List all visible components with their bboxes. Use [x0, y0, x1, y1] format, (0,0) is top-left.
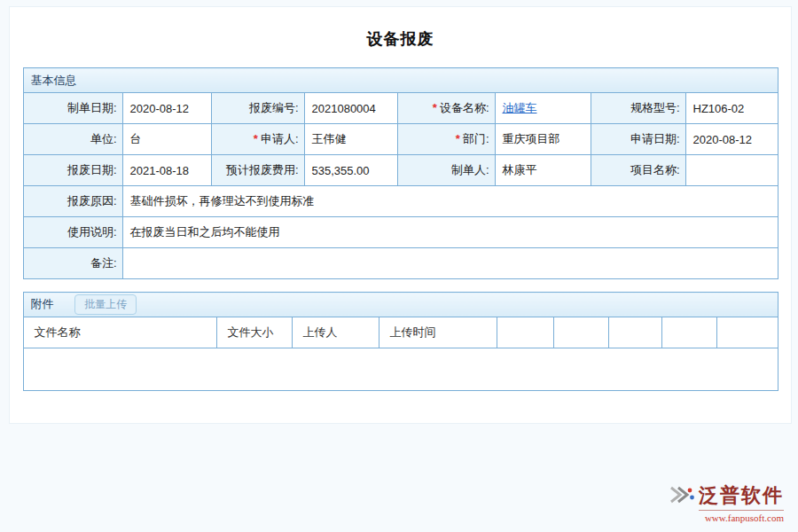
form-row-2: 单位: 台 *申请人: 王伟健 *部门: 重庆项目部 申请日期: 2020-08… [23, 124, 778, 155]
scrap-reason-label: 报废原因: [23, 186, 122, 217]
scrap-no-label: 报废编号: [211, 93, 304, 124]
upload-time-column-header: 上传时间 [379, 317, 497, 348]
scrap-date-value: 2021-08-18 [122, 155, 211, 186]
form-row-scrap-reason: 报废原因: 基础件损坏，再修理达不到使用标准 [23, 186, 778, 217]
basic-info-section-title: 基本信息 [31, 74, 77, 87]
attachments-empty-area [23, 348, 778, 391]
maker-label: 制单人: [397, 155, 495, 186]
scrap-date-label: 报废日期: [23, 155, 122, 186]
required-asterisk: * [254, 132, 258, 145]
form-row-3: 报废日期: 2021-08-18 预计报废费用: 535,355.00 制单人:… [23, 155, 778, 186]
applicant-label: *申请人: [211, 124, 304, 155]
form-row-usage-note: 使用说明: 在报废当日和之后均不能使用 [23, 217, 778, 248]
empty-column-header [716, 317, 778, 348]
make-date-value: 2020-08-12 [122, 93, 211, 124]
usage-note-label: 使用说明: [23, 217, 122, 248]
unit-label: 单位: [23, 124, 122, 155]
empty-column-header [553, 317, 608, 348]
attachments-header-row: 文件名称 文件大小 上传人 上传时间 [23, 317, 778, 348]
apply-date-label: 申请日期: [591, 124, 685, 155]
empty-column-header [661, 317, 716, 348]
form-row-remark: 备注: [23, 248, 778, 279]
brand-name: 泛普软件 [699, 482, 784, 511]
estimated-cost-label: 预计报废费用: [211, 155, 304, 186]
uploader-column-header: 上传人 [292, 317, 379, 348]
fanpu-logo: 泛普软件 www.fanpusoft.com [669, 482, 784, 523]
empty-column-header [608, 317, 661, 348]
spec-model-value: HZ106-02 [685, 93, 778, 124]
project-name-label: 项目名称: [591, 155, 685, 186]
required-asterisk: * [433, 101, 437, 114]
department-value: 重庆项目部 [495, 124, 591, 155]
apply-date-value: 2020-08-12 [685, 124, 778, 155]
equipment-name-label: *设备名称: [397, 93, 495, 124]
department-label: *部门: [397, 124, 495, 155]
spec-model-label: 规格型号: [591, 93, 685, 124]
brand-website: www.fanpusoft.com [669, 512, 784, 523]
attachments-table: 附件 批量上传 文件名称 文件大小 上传人 上传时间 [23, 292, 778, 391]
equipment-name-value: 油罐车 [495, 93, 591, 124]
make-date-label: 制单日期: [23, 93, 122, 124]
attachments-section-title: 附件 [31, 297, 54, 310]
basic-info-section-header: 基本信息 [23, 68, 778, 93]
remark-label: 备注: [23, 248, 122, 279]
required-asterisk: * [456, 132, 460, 145]
form-row-1: 制单日期: 2020-08-12 报废编号: 2021080004 *设备名称:… [23, 93, 778, 124]
scrap-no-value: 2021080004 [304, 93, 397, 124]
estimated-cost-value: 535,355.00 [304, 155, 397, 186]
project-name-value [685, 155, 778, 186]
basic-info-table: 基本信息 制单日期: 2020-08-12 报废编号: 2021080004 *… [23, 67, 778, 279]
page-title: 设备报废 [10, 7, 791, 67]
applicant-value: 王伟健 [304, 124, 397, 155]
file-name-column-header: 文件名称 [23, 317, 216, 348]
main-panel: 设备报废 基本信息 制单日期: 2020-08-12 报废编号: 2021080… [9, 6, 792, 424]
maker-value: 林康平 [495, 155, 591, 186]
scrap-reason-value: 基础件损坏，再修理达不到使用标准 [122, 186, 778, 217]
empty-column-header [497, 317, 553, 348]
remark-value [122, 248, 778, 279]
attachments-section-header: 附件 批量上传 [23, 293, 778, 317]
fanpu-logo-icon [669, 485, 695, 509]
batch-upload-button[interactable]: 批量上传 [74, 294, 137, 315]
unit-value: 台 [122, 124, 211, 155]
file-size-column-header: 文件大小 [216, 317, 292, 348]
usage-note-value: 在报废当日和之后均不能使用 [122, 217, 778, 248]
equipment-name-link[interactable]: 油罐车 [503, 101, 537, 114]
